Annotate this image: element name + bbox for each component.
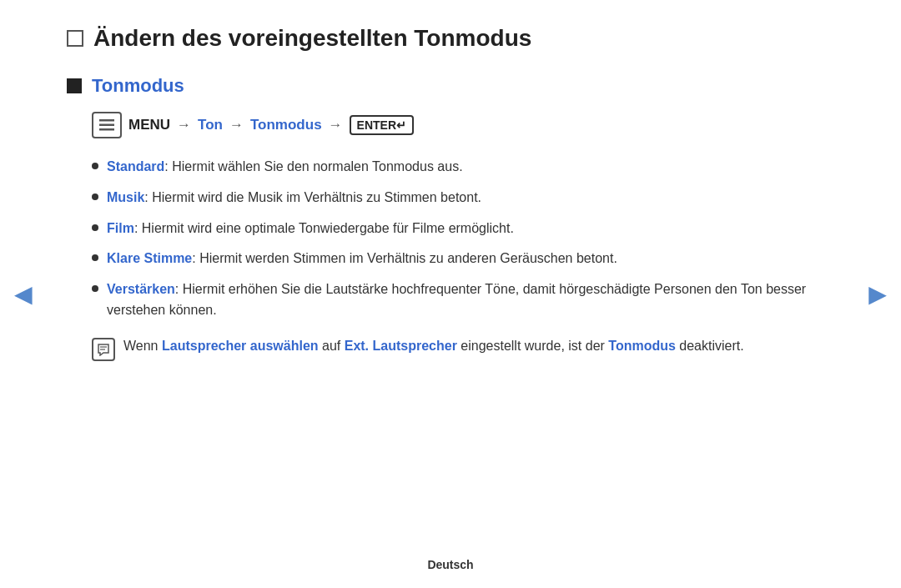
list-item: Musik: Hiermit wird die Musik im Verhält… bbox=[92, 188, 834, 209]
list-item: Standard: Hiermit wählen Sie den normale… bbox=[92, 157, 834, 178]
footer-language: Deutsch bbox=[0, 558, 901, 571]
term-musik: Musik bbox=[107, 190, 144, 204]
menu-icon bbox=[92, 112, 122, 138]
menu-arrow-1: → bbox=[177, 117, 191, 133]
list-item: Verstärken: Hiermit erhöhen Sie die Laut… bbox=[92, 279, 834, 321]
list-item-text-4: Klare Stimme: Hiermit werden Stimmen im … bbox=[107, 249, 617, 269]
note-row: Wenn Lautsprecher auswählen auf Ext. Lau… bbox=[92, 336, 834, 361]
menu-arrow-3: → bbox=[329, 117, 343, 133]
menu-arrow-2: → bbox=[229, 117, 244, 133]
menu-nav: MENU → Ton → Tonmodus → ENTER↵ bbox=[92, 112, 834, 138]
section-title: Tonmodus bbox=[92, 75, 184, 97]
svg-rect-2 bbox=[99, 128, 114, 131]
note-link-tonmodus: Tonmodus bbox=[608, 339, 676, 353]
list-item-text-1: Standard: Hiermit wählen Sie den normale… bbox=[107, 157, 463, 178]
list-item-text-3: Film: Hiermit wird eine optimale Tonwied… bbox=[107, 219, 514, 239]
bullet-dot-icon bbox=[92, 254, 98, 261]
list-item-text-2: Musik: Hiermit wird die Musik im Verhält… bbox=[107, 188, 481, 209]
svg-rect-0 bbox=[99, 119, 114, 122]
note-text: Wenn Lautsprecher auswählen auf Ext. Lau… bbox=[123, 336, 744, 357]
bullet-dot-icon bbox=[92, 224, 98, 231]
nav-right-button[interactable]: ► bbox=[863, 277, 893, 312]
note-link-lautsprecher-auswahlen: Lautsprecher auswählen bbox=[162, 339, 319, 353]
title-checkbox-icon bbox=[67, 30, 83, 47]
note-link-ext-lautsprecher: Ext. Lautsprecher bbox=[345, 339, 457, 353]
bullet-list: Standard: Hiermit wählen Sie den normale… bbox=[92, 157, 834, 321]
note-icon bbox=[92, 338, 115, 361]
menu-item-ton: Ton bbox=[198, 117, 223, 133]
nav-left-button[interactable]: ◄ bbox=[8, 277, 38, 312]
term-klare-stimme: Klare Stimme bbox=[107, 251, 192, 265]
term-verstarken: Verstärken bbox=[107, 282, 175, 296]
list-item-text-5: Verstärken: Hiermit erhöhen Sie die Laut… bbox=[107, 279, 834, 321]
term-film: Film bbox=[107, 221, 134, 235]
section-square-icon bbox=[67, 78, 82, 93]
page-title-row: Ändern des voreingestellten Tonmodus bbox=[67, 25, 834, 52]
bullet-dot-icon bbox=[92, 163, 98, 169]
list-item: Klare Stimme: Hiermit werden Stimmen im … bbox=[92, 249, 834, 269]
section-title-row: Tonmodus bbox=[67, 75, 834, 97]
menu-label: MENU bbox=[128, 117, 170, 133]
bullet-dot-icon bbox=[92, 285, 98, 292]
page-title: Ändern des voreingestellten Tonmodus bbox=[93, 25, 531, 52]
page-container: Ändern des voreingestellten Tonmodus Ton… bbox=[0, 0, 901, 588]
svg-rect-1 bbox=[99, 124, 114, 127]
term-standard: Standard bbox=[107, 159, 164, 173]
list-item: Film: Hiermit wird eine optimale Tonwied… bbox=[92, 219, 834, 239]
enter-icon: ENTER↵ bbox=[350, 115, 414, 135]
bullet-dot-icon bbox=[92, 193, 98, 200]
menu-item-tonmodus: Tonmodus bbox=[250, 117, 322, 133]
